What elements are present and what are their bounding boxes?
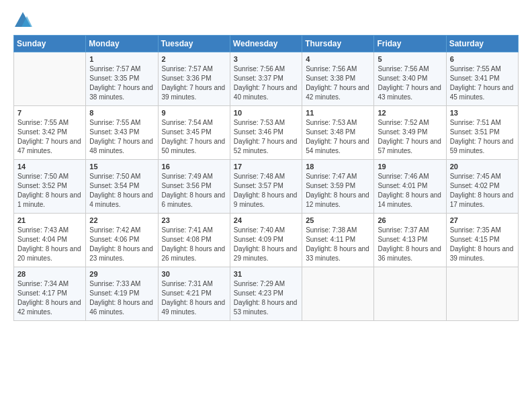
day-info: Sunrise: 7:57 AMSunset: 3:35 PMDaylight:… <box>89 64 154 102</box>
day-info: Sunrise: 7:50 AMSunset: 3:54 PMDaylight:… <box>89 172 154 210</box>
day-number: 24 <box>234 216 298 224</box>
day-cell: 14Sunrise: 7:50 AMSunset: 3:52 PMDayligh… <box>14 160 86 214</box>
day-info: Sunrise: 7:52 AMSunset: 3:49 PMDaylight:… <box>378 118 442 156</box>
day-cell: 10Sunrise: 7:53 AMSunset: 3:46 PMDayligh… <box>230 106 302 160</box>
day-cell: 13Sunrise: 7:51 AMSunset: 3:51 PMDayligh… <box>446 106 518 160</box>
day-cell: 29Sunrise: 7:33 AMSunset: 4:19 PMDayligh… <box>86 267 158 321</box>
day-cell: 1Sunrise: 7:57 AMSunset: 3:35 PMDaylight… <box>86 52 158 106</box>
weekday-header-sunday: Sunday <box>14 36 86 52</box>
week-row-5: 28Sunrise: 7:34 AMSunset: 4:17 PMDayligh… <box>14 267 519 321</box>
day-info: Sunrise: 7:40 AMSunset: 4:09 PMDaylight:… <box>234 226 298 263</box>
day-number: 2 <box>162 55 226 63</box>
day-cell <box>302 267 374 321</box>
weekday-header-wednesday: Wednesday <box>230 36 302 52</box>
logo-icon <box>13 11 32 30</box>
day-number: 12 <box>378 109 442 117</box>
day-cell: 8Sunrise: 7:55 AMSunset: 3:43 PMDaylight… <box>86 106 158 160</box>
day-cell: 26Sunrise: 7:37 AMSunset: 4:13 PMDayligh… <box>374 214 446 267</box>
day-cell: 7Sunrise: 7:55 AMSunset: 3:42 PMDaylight… <box>14 106 86 160</box>
day-info: Sunrise: 7:38 AMSunset: 4:11 PMDaylight:… <box>306 226 370 263</box>
weekday-header-saturday: Saturday <box>446 36 518 52</box>
day-cell: 5Sunrise: 7:56 AMSunset: 3:40 PMDaylight… <box>374 52 446 106</box>
weekday-header-monday: Monday <box>86 36 158 52</box>
day-number: 16 <box>162 163 226 171</box>
day-number: 18 <box>306 163 370 171</box>
day-cell: 17Sunrise: 7:48 AMSunset: 3:57 PMDayligh… <box>230 160 302 214</box>
day-cell: 9Sunrise: 7:54 AMSunset: 3:45 PMDaylight… <box>158 106 230 160</box>
day-info: Sunrise: 7:47 AMSunset: 3:59 PMDaylight:… <box>306 172 370 210</box>
day-number: 28 <box>17 270 82 278</box>
day-info: Sunrise: 7:55 AMSunset: 3:41 PMDaylight:… <box>450 64 515 102</box>
day-number: 17 <box>234 163 298 171</box>
day-cell: 2Sunrise: 7:57 AMSunset: 3:36 PMDaylight… <box>158 52 230 106</box>
day-info: Sunrise: 7:42 AMSunset: 4:06 PMDaylight:… <box>89 226 154 263</box>
day-cell <box>446 267 518 321</box>
day-cell: 4Sunrise: 7:56 AMSunset: 3:38 PMDaylight… <box>302 52 374 106</box>
day-number: 14 <box>17 163 82 171</box>
day-number: 22 <box>89 216 154 224</box>
day-info: Sunrise: 7:54 AMSunset: 3:45 PMDaylight:… <box>162 118 226 156</box>
day-number: 6 <box>450 55 515 63</box>
day-cell: 24Sunrise: 7:40 AMSunset: 4:09 PMDayligh… <box>230 214 302 267</box>
day-cell: 27Sunrise: 7:35 AMSunset: 4:15 PMDayligh… <box>446 214 518 267</box>
day-info: Sunrise: 7:45 AMSunset: 4:02 PMDaylight:… <box>450 172 515 210</box>
day-cell: 22Sunrise: 7:42 AMSunset: 4:06 PMDayligh… <box>86 214 158 267</box>
day-cell: 31Sunrise: 7:29 AMSunset: 4:23 PMDayligh… <box>230 267 302 321</box>
day-cell: 16Sunrise: 7:49 AMSunset: 3:56 PMDayligh… <box>158 160 230 214</box>
day-cell: 21Sunrise: 7:43 AMSunset: 4:04 PMDayligh… <box>14 214 86 267</box>
day-number: 25 <box>306 216 370 224</box>
day-cell: 23Sunrise: 7:41 AMSunset: 4:08 PMDayligh… <box>158 214 230 267</box>
day-number: 21 <box>17 216 82 224</box>
day-cell: 3Sunrise: 7:56 AMSunset: 3:37 PMDaylight… <box>230 52 302 106</box>
day-info: Sunrise: 7:41 AMSunset: 4:08 PMDaylight:… <box>162 226 226 263</box>
day-number: 23 <box>162 216 226 224</box>
day-info: Sunrise: 7:55 AMSunset: 3:42 PMDaylight:… <box>17 118 82 156</box>
weekday-header-row: SundayMondayTuesdayWednesdayThursdayFrid… <box>14 36 519 52</box>
week-row-2: 7Sunrise: 7:55 AMSunset: 3:42 PMDaylight… <box>14 106 519 160</box>
day-info: Sunrise: 7:31 AMSunset: 4:21 PMDaylight:… <box>162 279 226 317</box>
day-info: Sunrise: 7:53 AMSunset: 3:46 PMDaylight:… <box>234 118 298 156</box>
day-info: Sunrise: 7:43 AMSunset: 4:04 PMDaylight:… <box>17 226 82 263</box>
day-number: 26 <box>378 216 442 224</box>
day-info: Sunrise: 7:35 AMSunset: 4:15 PMDaylight:… <box>450 226 515 263</box>
page-container: SundayMondayTuesdayWednesdayThursdayFrid… <box>0 0 532 328</box>
week-row-1: 1Sunrise: 7:57 AMSunset: 3:35 PMDaylight… <box>14 52 519 106</box>
day-info: Sunrise: 7:34 AMSunset: 4:17 PMDaylight:… <box>17 279 82 317</box>
calendar-table: SundayMondayTuesdayWednesdayThursdayFrid… <box>13 35 519 321</box>
day-cell: 18Sunrise: 7:47 AMSunset: 3:59 PMDayligh… <box>302 160 374 214</box>
logo <box>13 11 35 30</box>
day-number: 31 <box>234 270 298 278</box>
day-info: Sunrise: 7:51 AMSunset: 3:51 PMDaylight:… <box>450 118 515 156</box>
day-number: 4 <box>306 55 370 63</box>
day-number: 11 <box>306 109 370 117</box>
day-info: Sunrise: 7:56 AMSunset: 3:38 PMDaylight:… <box>306 64 370 102</box>
day-number: 20 <box>450 163 515 171</box>
weekday-header-thursday: Thursday <box>302 36 374 52</box>
day-number: 29 <box>89 270 154 278</box>
day-info: Sunrise: 7:56 AMSunset: 3:37 PMDaylight:… <box>234 64 298 102</box>
day-info: Sunrise: 7:49 AMSunset: 3:56 PMDaylight:… <box>162 172 226 210</box>
day-cell: 11Sunrise: 7:53 AMSunset: 3:48 PMDayligh… <box>302 106 374 160</box>
day-cell: 30Sunrise: 7:31 AMSunset: 4:21 PMDayligh… <box>158 267 230 321</box>
day-info: Sunrise: 7:55 AMSunset: 3:43 PMDaylight:… <box>89 118 154 156</box>
day-cell <box>14 52 86 106</box>
day-number: 8 <box>89 109 154 117</box>
day-number: 19 <box>378 163 442 171</box>
day-cell: 28Sunrise: 7:34 AMSunset: 4:17 PMDayligh… <box>14 267 86 321</box>
day-number: 9 <box>162 109 226 117</box>
day-info: Sunrise: 7:29 AMSunset: 4:23 PMDaylight:… <box>234 279 298 317</box>
day-info: Sunrise: 7:56 AMSunset: 3:40 PMDaylight:… <box>378 64 442 102</box>
day-info: Sunrise: 7:53 AMSunset: 3:48 PMDaylight:… <box>306 118 370 156</box>
day-cell: 6Sunrise: 7:55 AMSunset: 3:41 PMDaylight… <box>446 52 518 106</box>
day-info: Sunrise: 7:37 AMSunset: 4:13 PMDaylight:… <box>378 226 442 263</box>
week-row-4: 21Sunrise: 7:43 AMSunset: 4:04 PMDayligh… <box>14 214 519 267</box>
day-cell: 19Sunrise: 7:46 AMSunset: 4:01 PMDayligh… <box>374 160 446 214</box>
day-number: 30 <box>162 270 226 278</box>
day-info: Sunrise: 7:57 AMSunset: 3:36 PMDaylight:… <box>162 64 226 102</box>
day-info: Sunrise: 7:33 AMSunset: 4:19 PMDaylight:… <box>89 279 154 317</box>
day-number: 10 <box>234 109 298 117</box>
day-info: Sunrise: 7:50 AMSunset: 3:52 PMDaylight:… <box>17 172 82 210</box>
day-number: 5 <box>378 55 442 63</box>
day-number: 15 <box>89 163 154 171</box>
weekday-header-tuesday: Tuesday <box>158 36 230 52</box>
